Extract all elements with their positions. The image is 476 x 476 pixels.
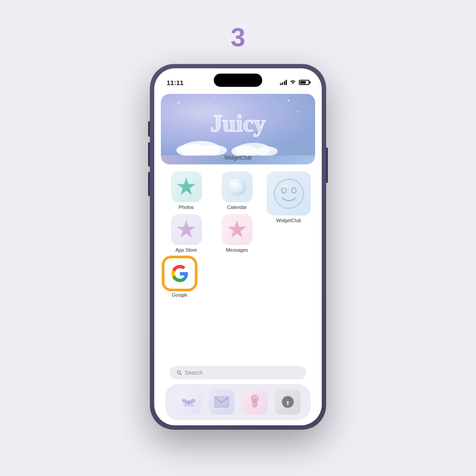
dock-item-butterfly[interactable]	[176, 389, 201, 415]
status-icons	[280, 79, 310, 86]
svg-rect-24	[215, 397, 229, 407]
app-item-appstore[interactable]: App Store	[163, 214, 209, 253]
app-row-google: Google	[163, 257, 313, 298]
dock-item-compass[interactable]	[275, 389, 301, 415]
dynamic-island	[214, 74, 262, 87]
google-icon	[163, 257, 196, 290]
svg-rect-26	[253, 401, 257, 407]
phone-screen: 11:11	[154, 68, 322, 425]
messages-icon	[222, 214, 253, 245]
step-number: 3	[231, 22, 245, 52]
google-label: Google	[172, 292, 187, 298]
compass-icon	[281, 395, 295, 409]
svg-point-10	[201, 145, 227, 156]
search-text: Search	[185, 369, 203, 376]
smiley-svg	[272, 177, 305, 210]
svg-text:Juicy: Juicy	[210, 110, 265, 137]
widgetclub-label: WidgetClub	[276, 218, 301, 223]
svg-line-22	[180, 373, 182, 375]
widget-label: WidgetClub	[224, 155, 252, 161]
bubble-shape	[228, 178, 246, 196]
appstore-icon	[171, 214, 202, 245]
google-g-icon	[171, 264, 189, 283]
star-shape	[177, 177, 196, 197]
svg-point-4	[297, 111, 298, 112]
app-grid-left: Photos Calendar App Store	[163, 171, 260, 253]
svg-point-32	[287, 401, 289, 403]
home-content: Juicy Juicy WidgetClub Photos	[154, 90, 322, 425]
spacer	[161, 298, 315, 366]
status-time: 11:11	[167, 79, 183, 86]
dock-item-candy[interactable]	[242, 389, 268, 415]
volume-down-button	[148, 172, 150, 196]
widgetclub-item[interactable]: WidgetClub	[264, 171, 313, 253]
battery-icon	[299, 80, 309, 85]
calendar-icon	[222, 171, 253, 202]
svg-point-27	[253, 398, 254, 399]
svg-point-7	[244, 104, 245, 105]
phone-frame: 11:11	[150, 64, 326, 430]
widget-art: Juicy Juicy	[161, 94, 315, 156]
app-item-messages[interactable]: Messages	[214, 214, 260, 253]
search-bar[interactable]: Search	[170, 366, 306, 379]
svg-point-5	[266, 98, 267, 99]
volume-up-button	[148, 142, 150, 167]
search-icon	[177, 370, 182, 376]
signal-icon	[280, 80, 287, 85]
mail-icon	[214, 396, 229, 408]
widget-container[interactable]: Juicy Juicy WidgetClub	[161, 94, 315, 164]
app-rows: Photos Calendar App Store	[163, 171, 313, 253]
photos-label: Photos	[178, 205, 193, 210]
dock	[165, 384, 311, 420]
app-item-calendar[interactable]: Calendar	[214, 171, 260, 210]
butterfly-icon	[182, 396, 196, 408]
star-pink	[227, 220, 247, 239]
svg-point-1	[178, 102, 179, 104]
power-button	[326, 148, 328, 183]
app-item-photos[interactable]: Photos	[163, 171, 209, 210]
candy-icon	[249, 394, 261, 409]
svg-point-13	[256, 146, 278, 156]
wifi-icon	[290, 79, 296, 86]
app-item-google[interactable]: Google	[163, 257, 196, 298]
svg-point-6	[213, 97, 215, 98]
dock-item-mail[interactable]	[209, 389, 234, 415]
svg-point-17	[274, 179, 303, 208]
appstore-label: App Store	[175, 247, 197, 253]
svg-point-3	[288, 100, 290, 101]
svg-point-28	[255, 397, 257, 398]
messages-label: Messages	[226, 247, 248, 253]
star-outline	[177, 220, 196, 239]
svg-point-2	[191, 109, 193, 110]
photos-icon	[171, 171, 202, 202]
calendar-label: Calendar	[227, 205, 247, 210]
smiley-icon	[267, 171, 311, 216]
